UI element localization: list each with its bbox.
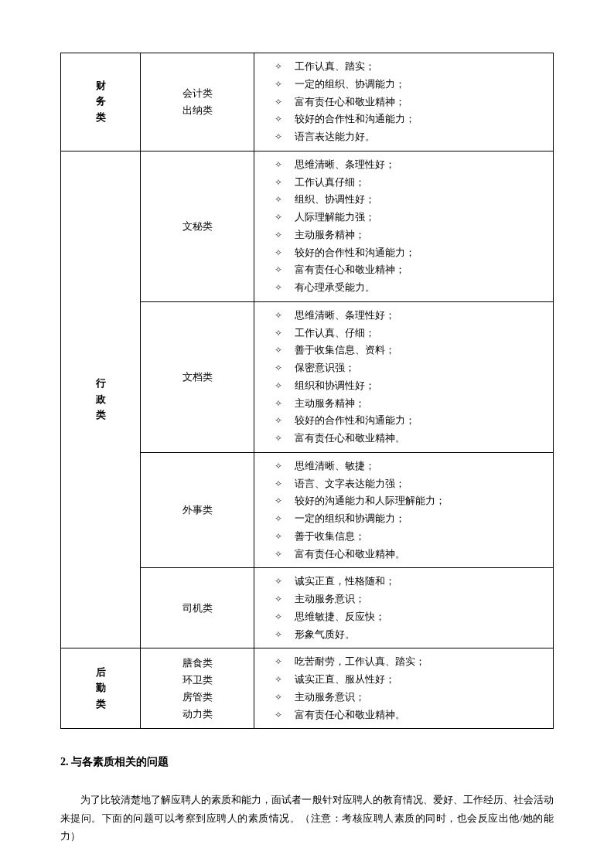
cat-char: 类 <box>67 696 134 713</box>
item-text: 一定的组织、协调能力； <box>295 76 405 94</box>
diamond-icon: ✧ <box>275 360 284 376</box>
sub-label: 出纳类 <box>147 102 247 119</box>
item-text: 主动服务精神； <box>295 226 365 244</box>
item-text: 语言表达能力好。 <box>295 128 375 146</box>
subcategory-cell: 司机类 <box>141 568 254 648</box>
diamond-icon: ✧ <box>275 493 284 509</box>
body-paragraph: 为了比较清楚地了解应聘人的素质和能力，面试者一般针对应聘人的教育情况、爱好、工作… <box>60 791 554 845</box>
item-text: 较好的合作性和沟通能力； <box>295 111 415 128</box>
diamond-icon: ✧ <box>275 707 284 723</box>
list-item: ✧组织、协调性好； <box>275 191 547 209</box>
list-item: ✧工作认真、踏实； <box>275 58 547 76</box>
cat-char: 务 <box>67 94 134 110</box>
cat-char: 类 <box>67 407 134 424</box>
item-text: 主动服务意识； <box>295 591 365 608</box>
items-cell: ✧思维清晰、敏捷； ✧语言、文字表达能力强； ✧较好的沟通能力和人际理解能力； … <box>254 452 554 568</box>
item-text: 较好的合作性和沟通能力； <box>295 412 415 430</box>
diamond-icon: ✧ <box>275 192 284 208</box>
item-text: 思维清晰、条理性好； <box>295 156 395 174</box>
list-item: ✧一定的组织、协调能力； <box>275 76 547 94</box>
cat-char: 行 <box>67 376 134 392</box>
table-row: 行 政 类 文秘类 ✧思维清晰、条理性好； ✧工作认真仔细； ✧组织、协调性好；… <box>61 151 554 301</box>
item-text: 有心理承受能力。 <box>295 279 375 297</box>
list-item: ✧诚实正直，性格随和； <box>275 573 547 591</box>
list-item: ✧主动服务精神； <box>275 226 547 244</box>
item-text: 组织、协调性好； <box>295 191 375 209</box>
list-item: ✧一定的组织和协调能力； <box>275 510 547 528</box>
body-text: 为了比较清楚地了解应聘人的素质和能力，面试者一般针对应聘人的教育情况、爱好、工作… <box>60 794 554 842</box>
list-item: ✧吃苦耐劳，工作认真、踏实； <box>275 653 547 671</box>
diamond-icon: ✧ <box>275 77 284 93</box>
sub-label: 外事类 <box>147 502 247 519</box>
item-text: 组织和协调性好； <box>295 377 375 395</box>
diamond-icon: ✧ <box>275 262 284 278</box>
qualities-table: 财 务 类 会计类 出纳类 ✧工作认真、踏实； ✧一定的组织、协调能力； ✧富有… <box>60 53 554 729</box>
list-item: ✧主动服务精神； <box>275 395 547 413</box>
table-row: 财 务 类 会计类 出纳类 ✧工作认真、踏实； ✧一定的组织、协调能力； ✧富有… <box>61 53 554 151</box>
list-item: ✧组织和协调性好； <box>275 377 547 395</box>
items-cell: ✧诚实正直，性格随和； ✧主动服务意识； ✧思维敏捷、反应快； ✧形象气质好。 <box>254 568 554 648</box>
page-content: 财 务 类 会计类 出纳类 ✧工作认真、踏实； ✧一定的组织、协调能力； ✧富有… <box>0 0 614 868</box>
diamond-icon: ✧ <box>275 280 284 296</box>
sub-label: 房管类 <box>147 689 247 706</box>
diamond-icon: ✧ <box>275 529 284 545</box>
list-item: ✧善于收集信息； <box>275 528 547 546</box>
item-text: 富有责任心和敬业精神。 <box>295 430 405 448</box>
cat-char: 政 <box>67 392 134 408</box>
table-row: 后 勤 类 膳食类 环卫类 房管类 动力类 ✧吃苦耐劳，工作认真、踏实； ✧诚实… <box>61 648 554 729</box>
diamond-icon: ✧ <box>275 342 284 359</box>
diamond-icon: ✧ <box>275 396 284 412</box>
diamond-icon: ✧ <box>275 227 284 243</box>
diamond-icon: ✧ <box>275 129 284 145</box>
list-item: ✧较好的合作性和沟通能力； <box>275 412 547 430</box>
items-cell: ✧工作认真、踏实； ✧一定的组织、协调能力； ✧富有责任心和敬业精神； ✧较好的… <box>254 53 554 151</box>
cat-char: 勤 <box>67 680 134 696</box>
list-item: ✧思维清晰、敏捷； <box>275 458 547 475</box>
diamond-icon: ✧ <box>275 627 284 643</box>
list-item: ✧主动服务意识； <box>275 591 547 608</box>
cat-char: 类 <box>67 110 134 126</box>
diamond-icon: ✧ <box>275 476 284 492</box>
item-text: 工作认真仔细； <box>295 174 365 192</box>
item-text: 思维清晰、条理性好； <box>295 307 395 325</box>
item-text: 思维清晰、敏捷； <box>295 458 375 475</box>
item-text: 形象气质好。 <box>295 626 355 644</box>
list-item: ✧人际理解能力强； <box>275 209 547 226</box>
list-item: ✧较好的沟通能力和人际理解能力； <box>275 492 547 510</box>
list-item: ✧富有责任心和敬业精神。 <box>275 546 547 563</box>
list-item: ✧思维清晰、条理性好； <box>275 307 547 325</box>
item-text: 人际理解能力强； <box>295 209 375 226</box>
subcategory-cell: 膳食类 环卫类 房管类 动力类 <box>141 648 254 729</box>
diamond-icon: ✧ <box>275 59 284 75</box>
item-text: 思维敏捷、反应快； <box>295 608 385 626</box>
list-item: ✧较好的合作性和沟通能力； <box>275 244 547 262</box>
category-cell: 后 勤 类 <box>61 648 141 729</box>
diamond-icon: ✧ <box>275 413 284 429</box>
list-item: ✧较好的合作性和沟通能力； <box>275 111 547 128</box>
item-text: 主动服务精神； <box>295 395 365 413</box>
sub-label: 动力类 <box>147 706 247 723</box>
item-text: 吃苦耐劳，工作认真、踏实； <box>295 653 425 671</box>
diamond-icon: ✧ <box>275 325 284 342</box>
list-item: ✧富有责任心和敬业精神； <box>275 261 547 279</box>
sub-label: 文秘类 <box>147 218 247 235</box>
sub-label: 环卫类 <box>147 672 247 689</box>
items-cell: ✧思维清晰、条理性好； ✧工作认真仔细； ✧组织、协调性好； ✧人际理解能力强；… <box>254 151 554 301</box>
cat-char: 财 <box>67 78 134 94</box>
diamond-icon: ✧ <box>275 431 284 447</box>
item-text: 富有责任心和敬业精神。 <box>295 546 405 563</box>
item-text: 富有责任心和敬业精神； <box>295 94 405 111</box>
diamond-icon: ✧ <box>275 209 284 226</box>
list-item: ✧富有责任心和敬业精神； <box>275 94 547 111</box>
diamond-icon: ✧ <box>275 378 284 394</box>
item-text: 善于收集信息、资料； <box>295 342 395 359</box>
diamond-icon: ✧ <box>275 574 284 590</box>
diamond-icon: ✧ <box>275 672 284 688</box>
diamond-icon: ✧ <box>275 157 284 173</box>
subcategory-cell: 文档类 <box>141 301 254 452</box>
category-cell: 财 务 类 <box>61 53 141 151</box>
diamond-icon: ✧ <box>275 308 284 324</box>
subcategory-cell: 文秘类 <box>141 151 254 301</box>
list-item: ✧主动服务意识； <box>275 689 547 706</box>
items-cell: ✧思维清晰、条理性好； ✧工作认真、仔细； ✧善于收集信息、资料； ✧保密意识强… <box>254 301 554 452</box>
